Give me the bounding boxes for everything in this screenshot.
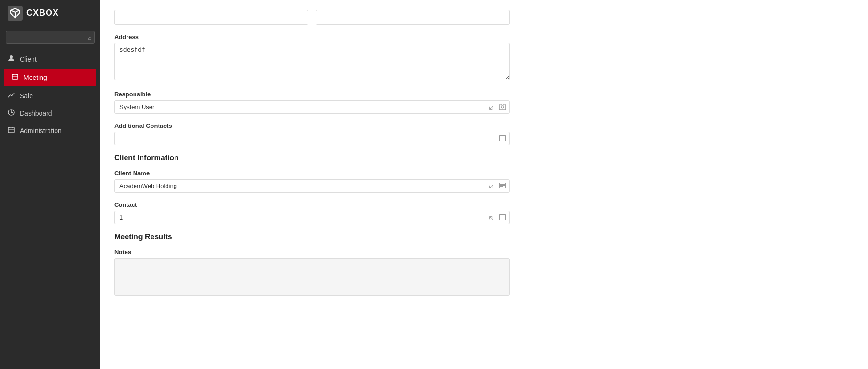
svg-line-8 — [11, 112, 13, 113]
notes-area[interactable] — [114, 258, 510, 296]
sidebar-item-sale-label: Sale — [20, 92, 33, 100]
svg-rect-17 — [500, 139, 503, 139]
sidebar: CXBOX ⌕ Client Meeting Sale — [0, 0, 100, 369]
additional-contacts-actions — [498, 134, 507, 143]
additional-contacts-input[interactable] — [114, 132, 510, 145]
client-name-actions: ⦻ — [487, 182, 507, 190]
logo-text: CXBOX — [26, 8, 59, 18]
address-group: Address — [114, 33, 510, 82]
sidebar-item-administration[interactable]: Administration — [0, 122, 100, 139]
svg-rect-16 — [500, 138, 505, 138]
contact-group: Contact ⦻ — [114, 201, 510, 224]
responsible-label: Responsible — [114, 91, 510, 98]
sidebar-item-dashboard-label: Dashboard — [20, 110, 52, 117]
calendar-icon — [11, 73, 19, 81]
client-name-input[interactable] — [114, 179, 510, 193]
svg-point-1 — [10, 55, 13, 58]
sidebar-item-client-label: Client — [20, 55, 37, 63]
search-icon: ⌕ — [88, 34, 92, 41]
sidebar-item-dashboard[interactable]: Dashboard — [0, 104, 100, 122]
partial-field-right — [316, 10, 510, 25]
notes-label: Notes — [114, 249, 510, 256]
contact-input-wrap: ⦻ — [114, 211, 510, 224]
svg-rect-19 — [500, 184, 505, 185]
partial-field-left — [114, 10, 308, 25]
svg-rect-2 — [12, 74, 18, 79]
notes-group: Notes — [114, 249, 510, 296]
contact-clear-button[interactable]: ⦻ — [487, 213, 495, 222]
address-label: Address — [114, 33, 510, 40]
additional-contacts-browse-button[interactable] — [498, 134, 507, 143]
top-partial-row — [114, 5, 510, 25]
sidebar-item-administration-label: Administration — [20, 127, 62, 134]
svg-rect-21 — [500, 186, 503, 187]
chart-icon — [8, 92, 15, 100]
dashboard-icon — [8, 109, 15, 117]
client-name-group: Client Name ⦻ — [114, 170, 510, 193]
logo: CXBOX — [0, 0, 100, 26]
client-name-clear-button[interactable]: ⦻ — [487, 182, 495, 190]
contact-label: Contact — [114, 201, 510, 208]
contact-actions: ⦻ — [487, 213, 507, 222]
additional-contacts-input-wrap — [114, 132, 510, 145]
sidebar-nav: Client Meeting Sale Dashboard Administra… — [0, 48, 100, 141]
responsible-actions: ⦻ — [487, 103, 507, 111]
logo-icon — [8, 6, 23, 21]
svg-rect-25 — [500, 218, 503, 218]
meeting-results-title: Meeting Results — [114, 233, 510, 241]
additional-contacts-label: Additional Contacts — [114, 122, 510, 129]
sidebar-item-client[interactable]: Client — [0, 50, 100, 68]
svg-rect-15 — [500, 137, 505, 137]
sidebar-item-meeting-label: Meeting — [24, 74, 47, 81]
client-information-title: Client Information — [114, 154, 510, 162]
main-content: Address Responsible ⦻ Additional Contact… — [100, 0, 868, 369]
contact-browse-button[interactable] — [498, 213, 507, 222]
client-name-input-wrap: ⦻ — [114, 179, 510, 193]
svg-rect-20 — [500, 185, 505, 186]
responsible-clear-button[interactable]: ⦻ — [487, 103, 495, 111]
client-name-label: Client Name — [114, 170, 510, 177]
admin-icon — [8, 126, 15, 134]
sidebar-item-meeting[interactable]: Meeting — [4, 69, 96, 86]
sidebar-item-sale[interactable]: Sale — [0, 87, 100, 104]
additional-contacts-group: Additional Contacts — [114, 122, 510, 145]
contact-input[interactable] — [114, 211, 510, 224]
svg-rect-23 — [500, 216, 505, 216]
address-input[interactable] — [114, 43, 510, 80]
search-container: ⌕ — [0, 26, 100, 48]
svg-rect-24 — [500, 217, 505, 217]
responsible-input[interactable] — [114, 100, 510, 114]
responsible-input-wrap: ⦻ — [114, 100, 510, 114]
svg-rect-9 — [8, 127, 14, 133]
form-area: Address Responsible ⦻ Additional Contact… — [100, 0, 524, 318]
client-name-browse-button[interactable] — [498, 182, 507, 190]
user-icon — [8, 55, 15, 63]
responsible-group: Responsible ⦻ — [114, 91, 510, 114]
responsible-browse-button[interactable] — [498, 103, 507, 111]
search-input[interactable] — [6, 31, 95, 44]
